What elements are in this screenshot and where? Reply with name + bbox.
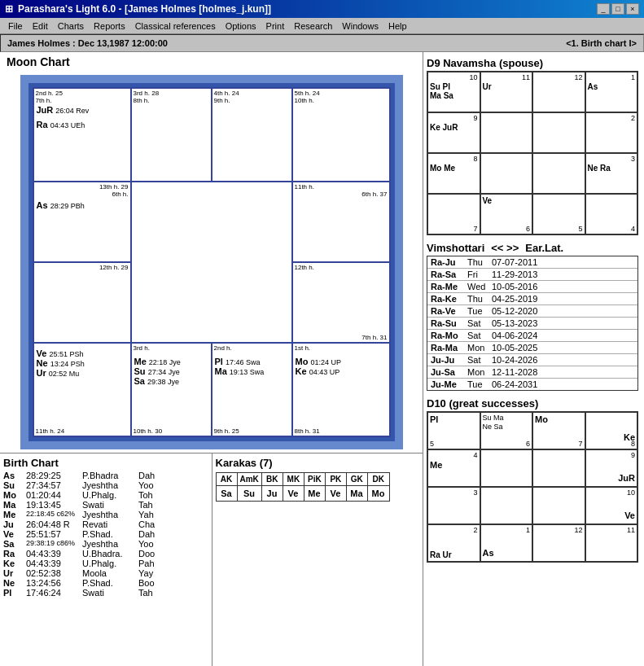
d10-cell-12: 10 Ve bbox=[585, 487, 638, 524]
title-bar: ⊞ Parashara's Light 6.0 - [James Holmes … bbox=[0, 0, 644, 18]
planet-ve: Ve 25:51 PSh bbox=[37, 348, 128, 358]
d10-cell-13: 2 Ra Ur bbox=[427, 524, 480, 562]
menu-charts[interactable]: Charts bbox=[53, 20, 89, 33]
vimshottari-title: Vimshottari bbox=[427, 242, 484, 254]
nav-cell-3-3 bbox=[532, 153, 585, 194]
d10-cell-4: 8 Ke bbox=[585, 412, 638, 449]
menu-classical[interactable]: Classical references bbox=[130, 20, 221, 33]
nav-cell-2-4: 2 bbox=[585, 112, 638, 153]
status-right: <1. Birth chart I> bbox=[566, 38, 637, 48]
vimsh-row-1: Ra-JuThu07-07-2011 bbox=[427, 256, 637, 269]
bottom-left-area: Birth Chart As28:29:25P.BhadraDah Su27:3… bbox=[0, 453, 423, 666]
moon-chart-container: 2nd h. 25 7th h. JuR 26:04 Rev Ra 04:43 … bbox=[0, 72, 423, 453]
menu-bar: File Edit Charts Reports Classical refer… bbox=[0, 18, 644, 34]
karakas-section: Karakas (7) AK AmK BK MK PiK PK GK DK bbox=[212, 453, 423, 666]
menu-file[interactable]: File bbox=[3, 20, 28, 33]
d10-title: D10 (great successes) bbox=[427, 396, 641, 411]
app-icon: ⊞ bbox=[5, 3, 13, 15]
vimshottari-table: Ra-JuThu07-07-2011 Ra-SaFri11-29-2013 Ra… bbox=[427, 256, 638, 391]
menu-help[interactable]: Help bbox=[383, 20, 412, 33]
vimsh-row-9: Ju-JuSat10-24-2026 bbox=[427, 354, 637, 366]
planet-pl: Pl 17:46 Swa bbox=[215, 357, 289, 366]
chart-cell-9: 7th h. 31 12th h. bbox=[292, 262, 390, 343]
chart-cell-10: 11th h. 24 Ve 25:51 PSh Ne 13:24 PSh Ur … bbox=[33, 343, 131, 436]
planet-sa: Sa 29:38 Jye bbox=[134, 376, 208, 386]
planet-ke: Ke 04:43 UP bbox=[296, 366, 387, 376]
chart-cell-8: 12th h. 29 bbox=[33, 262, 131, 343]
birth-chart-section: Birth Chart As28:29:25P.BhadraDah Su27:3… bbox=[0, 453, 212, 666]
nav-cell-2-3 bbox=[532, 112, 585, 153]
d10-cell-15: 12 bbox=[532, 524, 585, 562]
karakas-table: AK AmK BK MK PiK PK GK DK Sa Su Ju bbox=[216, 472, 390, 502]
nav-cell-4-2: 6 Ve bbox=[480, 194, 533, 234]
nav-cell-2-2 bbox=[480, 112, 533, 153]
maximize-button[interactable]: □ bbox=[611, 3, 624, 15]
status-left: James Holmes : Dec 13,1987 12:00:00 bbox=[7, 38, 168, 48]
bc-row-ur: Ur02:52:38MoolaYay bbox=[3, 568, 208, 578]
vimsh-row-11: Ju-MeTue06-24-2031 bbox=[427, 379, 637, 390]
bc-row-sa: Sa29:38:19 c86%JyeshthaYoo bbox=[3, 539, 208, 549]
vimsh-nav[interactable]: << >> bbox=[491, 242, 519, 254]
main-content: Moon Chart 2nd h. 25 7th h. Ju bbox=[0, 52, 644, 666]
navamsha-section: D9 Navamsha (spouse) 10 Su Pl Ma Sa 11 U… bbox=[427, 55, 641, 235]
bc-row-ve: Ve25:51:57P.Shad.Dah bbox=[3, 529, 208, 539]
menu-windows[interactable]: Windows bbox=[337, 20, 383, 33]
vimsh-row-7: Ra-MoSat04-06-2024 bbox=[427, 330, 637, 342]
d10-cell-11 bbox=[532, 487, 585, 524]
bc-row-as: As28:29:25P.BhadraDah bbox=[3, 471, 208, 480]
status-bar: James Holmes : Dec 13,1987 12:00:00 <1. … bbox=[0, 34, 644, 52]
nav-cell-1-3: 12 bbox=[532, 72, 585, 112]
planet-mo: Mo 01:24 UP bbox=[296, 357, 387, 366]
planet-su: Su 27:34 Jye bbox=[134, 366, 208, 376]
nav-cell-4-3: 5 bbox=[532, 194, 585, 234]
d10-cell-14: 1 As bbox=[480, 524, 533, 562]
planet-ra: Ra 04:43 UEh bbox=[37, 120, 85, 129]
chart-cell-13: 1st h. 8th h. 31 Mo 01:24 UP Ke 04:43 UP bbox=[292, 343, 390, 436]
chart-cell-5: 13th h. 29 6th h. As 28:29 PBh bbox=[33, 182, 131, 262]
d10-cell-1: 5 Pl bbox=[427, 412, 480, 449]
moon-chart-title: Moon Chart bbox=[0, 52, 423, 72]
chart-cell-1: 2nd h. 25 7th h. JuR 26:04 Rev Ra 04:43 … bbox=[33, 88, 131, 182]
menu-edit[interactable]: Edit bbox=[28, 20, 53, 33]
chart-cell-2: 3rd h. 28 8th h. bbox=[131, 88, 212, 182]
d10-cell-5: 4 Me bbox=[427, 449, 480, 487]
nav-cell-4-1: 7 bbox=[427, 194, 480, 234]
vimshottari-section: Vimshottari << >> Ear.Lat. Ra-JuThu07-07… bbox=[427, 240, 641, 391]
bc-row-pl: Pl17:46:24SwatiTah bbox=[3, 588, 208, 598]
menu-print[interactable]: Print bbox=[261, 20, 290, 33]
minimize-button[interactable]: _ bbox=[597, 3, 610, 15]
birth-chart-title: Birth Chart bbox=[3, 457, 208, 469]
d10-cell-2: Su Ma Ne Sa 6 bbox=[480, 412, 533, 449]
vimsh-row-5: Ra-VeTue05-12-2020 bbox=[427, 305, 637, 318]
bc-row-ra: Ra04:43:39U.Bhadra.Doo bbox=[3, 549, 208, 559]
bc-row-ke: Ke04:43:39U.Phalg.Pah bbox=[3, 559, 208, 568]
planet-me: Me 22:18 Jye bbox=[134, 357, 208, 366]
bc-row-ne: Ne13:24:56P.Shad.Boo bbox=[3, 578, 208, 588]
nav-cell-3-2 bbox=[480, 153, 533, 194]
d10-section: D10 (great successes) 5 Pl Su Ma Ne Sa 6… bbox=[427, 396, 641, 563]
vimshottari-header: Vimshottari << >> Ear.Lat. bbox=[427, 240, 641, 256]
d10-cell-6 bbox=[480, 449, 533, 487]
vimsh-row-10: Ju-SaMon12-11-2028 bbox=[427, 366, 637, 379]
chart-cell-12: 2nd h. 9th h. 25 Pl 17:46 Swa Ma 19:13 S… bbox=[212, 343, 292, 436]
nav-cell-1-4: 1 As bbox=[585, 72, 638, 112]
d10-cell-16: 11 bbox=[585, 524, 638, 562]
bc-row-ju: Ju26:04:48 RRevatiCha bbox=[3, 519, 208, 529]
karakas-values: Sa Su Ju Ve Me Ve Ma Mo bbox=[217, 486, 389, 501]
menu-reports[interactable]: Reports bbox=[89, 20, 130, 33]
menu-options[interactable]: Options bbox=[221, 20, 261, 33]
menu-research[interactable]: Research bbox=[289, 20, 337, 33]
close-button[interactable]: × bbox=[626, 3, 639, 15]
nav-cell-1-1: 10 Su Pl Ma Sa bbox=[427, 72, 480, 112]
nav-cell-2-1: 9 Ke JuR bbox=[427, 112, 480, 153]
navamsha-title: D9 Navamsha (spouse) bbox=[427, 55, 641, 71]
d10-cell-10 bbox=[480, 487, 533, 524]
bc-row-mo: Mo01:20:44U.Phalg.Toh bbox=[3, 490, 208, 500]
d10-cell-9: 3 bbox=[427, 487, 480, 524]
house-label-2: 2nd h. 25 bbox=[36, 90, 63, 97]
vimsh-row-3: Ra-MeWed10-05-2016 bbox=[427, 281, 637, 293]
house-sub-7: 7th h. bbox=[36, 97, 52, 104]
vimsh-row-6: Ra-SuSat05-13-2023 bbox=[427, 318, 637, 330]
d10-cell-3: 7 Mo bbox=[532, 412, 585, 449]
chart-cell-7: 11th h. 6th h. 37 bbox=[292, 182, 390, 262]
